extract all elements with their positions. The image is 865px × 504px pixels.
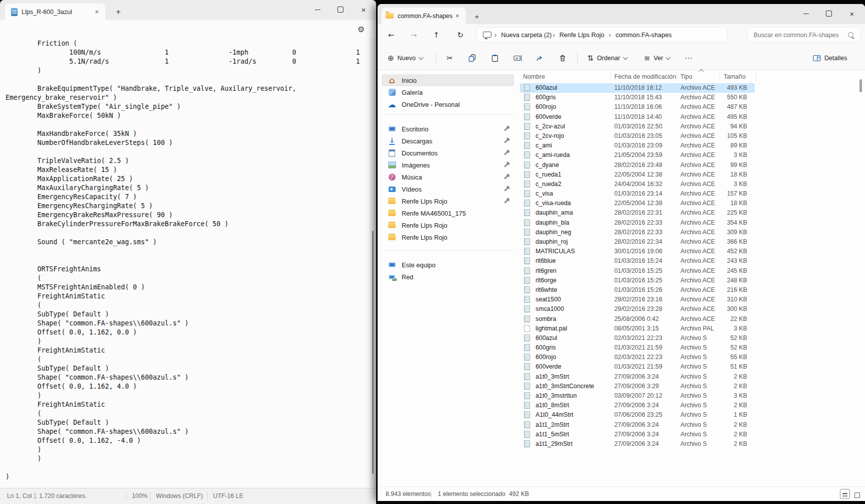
more-options-button[interactable]: ⋯ [680, 51, 697, 65]
file-name[interactable]: lightmat.pal [536, 325, 567, 332]
file-row[interactable]: a1t0_3mstrttun 03/09/2007 20:12 Archivo … [519, 391, 865, 401]
file-name[interactable]: a1t1_5mStrt [536, 431, 569, 438]
notepad-tab[interactable]: Llps_R-600_3azul × [5, 4, 105, 20]
file-name[interactable]: 600rojo [536, 354, 556, 361]
file-row[interactable]: 600azul 11/10/2018 16:12 Archivo ACE 493… [519, 83, 865, 93]
sort-button[interactable]: ⇅ Ordenar [584, 51, 630, 65]
breadcrumb-label[interactable]: Renfe Llps Rojo [560, 32, 605, 39]
file-name[interactable]: a1t1_29mStrt [536, 440, 573, 447]
file-row[interactable]: c_visa-rueda 22/05/2004 12:38 Archivo AC… [519, 199, 865, 208]
sidebar-item[interactable]: Renfe Llps Rojo [382, 231, 514, 243]
view-button[interactable]: ≡ Ver [641, 51, 673, 65]
explorer-titlebar[interactable]: common.FA-shapes × + × [378, 4, 865, 24]
back-button[interactable]: ← [384, 28, 399, 42]
share-button[interactable] [532, 51, 549, 65]
file-row[interactable]: a1t0_3mStrtConcrete 27/09/2006 3:29 Arch… [519, 382, 865, 391]
notepad-maximize-button[interactable] [329, 0, 352, 19]
file-name[interactable]: 600rojo [536, 103, 556, 110]
notepad-minimize-button[interactable] [306, 0, 329, 19]
notepad-titlebar[interactable]: Llps_R-600_3azul × + × [0, 0, 376, 20]
notepad-menu-item[interactable] [25, 28, 31, 31]
file-row[interactable]: rlt6blue 01/03/2016 15:24 Archivo ACE 24… [519, 256, 865, 266]
explorer-minimize-button[interactable] [794, 4, 817, 23]
file-name[interactable]: c_visa-rueda [536, 200, 571, 207]
this-pc-icon[interactable] [483, 32, 491, 38]
sidebar-item[interactable]: Red [382, 271, 514, 283]
file-list-scrollbar-thumb[interactable] [859, 79, 862, 92]
rename-button[interactable]: A [509, 51, 526, 65]
file-row[interactable]: c_rueda1 22/05/2004 12:38 Archivo ACE 18… [519, 170, 865, 180]
file-row[interactable]: c_rueda2 24/04/2004 16:32 Archivo ACE 3 … [519, 180, 865, 189]
column-header-date[interactable]: Fecha de modificación [614, 73, 676, 80]
file-name[interactable]: a1t0_3mstrttun [536, 392, 577, 399]
sidebar-item[interactable]: Galería [382, 86, 514, 98]
file-name[interactable]: c_dyane [536, 161, 559, 169]
file-row[interactable]: c_2cv-azul 01/03/2016 22:50 Archivo ACE … [519, 122, 865, 131]
file-row[interactable]: a1t1_29mStrt 27/09/2006 3:24 Archivo S 2… [519, 439, 865, 449]
file-row[interactable]: dauphin_neg 28/02/2016 22:33 Archivo ACE… [519, 228, 865, 237]
zoom-level[interactable]: 100% [132, 492, 147, 499]
address-bar[interactable]: › Nueva carpeta (2) › Renfe Llps Rojo › … [476, 27, 727, 43]
file-name[interactable]: c_ami-rueda [536, 151, 570, 158]
up-button[interactable]: ↑ [429, 28, 444, 42]
sidebar-item[interactable]: Descargas [382, 135, 514, 147]
sidebar-item[interactable]: Música [382, 171, 514, 183]
breadcrumb-label[interactable]: common.FA-shapes [615, 32, 671, 39]
file-name[interactable]: rlt6blue [536, 257, 556, 264]
encoding[interactable]: UTF-16 LE [213, 492, 243, 499]
file-row[interactable]: 600gris 11/10/2018 15:43 Archivo ACE 550… [519, 93, 865, 102]
file-name[interactable]: 600gris [536, 94, 556, 101]
search-box[interactable] [747, 27, 861, 43]
copy-button[interactable] [464, 51, 481, 65]
file-name[interactable]: 600azul [536, 334, 557, 342]
icons-view-toggle[interactable] [852, 489, 862, 499]
file-row[interactable]: dauphin_bla 28/02/2016 22:33 Archivo ACE… [519, 218, 865, 228]
notepad-menu-item[interactable] [6, 28, 12, 31]
file-name[interactable]: A1t0_44mStrt [536, 411, 573, 418]
file-row[interactable]: dauphin_roj 28/02/2016 22:34 Archivo ACE… [519, 237, 865, 247]
file-name[interactable]: 600verde [536, 113, 561, 120]
notepad-new-tab-button[interactable]: + [112, 6, 124, 18]
explorer-maximize-button[interactable] [817, 4, 840, 23]
notepad-editor[interactable]: Friction ( 100N/m/s 1 -1mph 0 1 5.1N/rad… [0, 38, 370, 488]
file-row[interactable]: dauphin_ama 28/02/2016 22:31 Archivo ACE… [519, 208, 865, 218]
file-row[interactable]: lightmat.pal 08/05/2001 3:15 Archivo PAL… [519, 324, 865, 333]
delete-button[interactable] [554, 51, 571, 65]
file-row[interactable]: c_ami 01/03/2016 23:09 Archivo ACE 89 KB [519, 141, 865, 150]
file-row[interactable]: rlt6orge 01/03/2016 15:25 Archivo ACE 24… [519, 276, 865, 285]
file-name[interactable]: a1t0_8mStrt [536, 402, 569, 409]
file-row[interactable]: c_ami-rueda 21/05/2004 23:59 Archivo ACE… [519, 150, 865, 160]
file-row[interactable]: a1t1_5mStrt 27/09/2006 3:24 Archivo S 2 … [519, 430, 865, 439]
sidebar-item[interactable]: Renfe MA465001_175 [382, 207, 514, 219]
file-row[interactable]: 600azul 02/03/2021 22:23 Archivo S 52 KB [519, 333, 865, 343]
file-name[interactable]: a1t0_3mStrtConcrete [536, 383, 594, 390]
file-name[interactable]: c_visa [536, 190, 553, 197]
notepad-close-button[interactable]: × [352, 0, 375, 19]
file-name[interactable]: a1t1_2mStrt [536, 421, 569, 428]
settings-gear-icon[interactable]: ⚙ [354, 22, 368, 36]
file-name[interactable]: 600azul [536, 84, 557, 91]
file-name[interactable]: dauphin_ama [536, 209, 573, 216]
file-name[interactable]: a1t0_3mStrt [536, 373, 569, 380]
new-button[interactable]: ⊕ Nuevo [385, 51, 426, 65]
search-icon[interactable] [848, 32, 853, 38]
explorer-new-tab-button[interactable]: + [471, 10, 483, 22]
file-name[interactable]: rlt6orge [536, 277, 557, 284]
file-name[interactable]: c_ami [536, 142, 552, 149]
details-view-toggle[interactable] [840, 489, 850, 499]
notepad-menu-item[interactable] [44, 28, 50, 31]
file-name[interactable]: rlt6whte [536, 286, 557, 293]
sidebar-item[interactable]: Renfe Llps Rojo [382, 219, 514, 231]
file-row[interactable]: c_2cv-rojo 01/03/2016 23:05 Archivo ACE … [519, 131, 865, 141]
file-name[interactable]: dauphin_roj [536, 238, 568, 245]
file-row[interactable]: 600verde 11/10/2018 14:40 Archivo ACE 49… [519, 112, 865, 122]
sidebar-item[interactable]: Vídeos [382, 183, 514, 195]
cut-button[interactable]: ✂ [441, 51, 458, 65]
sidebar-item[interactable]: Este equipo [382, 259, 514, 271]
file-row[interactable]: seat1500 29/02/2016 23:16 Archivo ACE 31… [519, 295, 865, 304]
file-name[interactable]: 600verde [536, 363, 561, 370]
file-row[interactable]: a1t1_2mStrt 27/09/2006 3:24 Archivo S 2 … [519, 420, 865, 430]
file-row[interactable]: smca1000 29/02/2016 23:28 Archivo ACE 30… [519, 304, 865, 314]
file-row[interactable]: 600verde 01/03/2021 21:59 Archivo S 51 K… [519, 362, 865, 372]
file-name[interactable]: MATRICULAS [536, 248, 575, 255]
